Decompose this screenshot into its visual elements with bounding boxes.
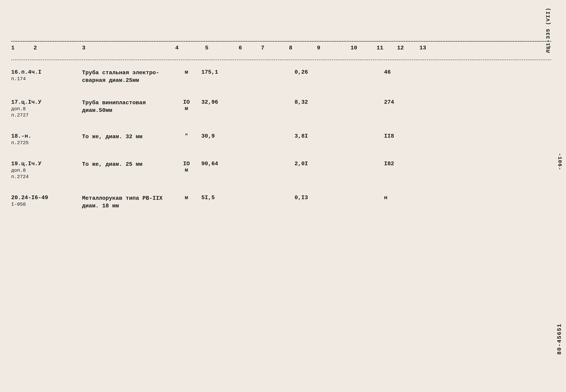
row-17-sub-id1: доп.8 [11, 106, 82, 112]
col-header-12: 12 [397, 45, 419, 51]
row-18-qty: 30,9 [201, 133, 239, 139]
row-16-desc: Труба стальная электро-сварная диам.25мм [82, 69, 171, 84]
side-label-106: -106- [557, 153, 563, 170]
col-header-8: 8 [289, 45, 317, 51]
row-20-unit: м [171, 195, 201, 201]
row-19-main-id: 19.ц.Iч.У [11, 161, 82, 167]
col-header-13: 13 [419, 45, 438, 51]
row-18-id: 18.-н. п.2725 [11, 133, 82, 146]
table-row: 19.ц.Iч.У доп.8 п.2724 То же, диам. 25 м… [11, 161, 551, 180]
row-19-sub-id1: доп.8 [11, 168, 82, 173]
row-19-qty: 90,64 [201, 161, 239, 167]
page: ЛЦ1-335 (VII) 1 2 3 4 5 6 7 8 9 10 11 12… [0, 0, 566, 392]
row-18-sub-id: п.2725 [11, 140, 82, 146]
table-content: 16.п.4ч.I п.174 Труба стальная электро-с… [11, 63, 551, 224]
col-header-9: 9 [317, 45, 350, 51]
row-17-qty: 32,96 [201, 99, 239, 105]
row-17-main-id: 17.ц.Iч.У [11, 99, 82, 105]
col-header-2: 2 [34, 45, 82, 51]
row-17-price: 8,32 [295, 99, 328, 105]
row-16-sub-id: п.174 [11, 76, 82, 82]
row-20-qty: 5I,5 [201, 195, 239, 201]
row-16-qty: 175,1 [201, 69, 239, 75]
row-17-sub-id2: п.2727 [11, 112, 82, 118]
row-20-price: 0,I3 [295, 195, 328, 201]
col-header-6: 6 [239, 45, 261, 51]
row-16-total: 46 [384, 69, 418, 75]
row-19-desc: То же, диам. 25 мм [82, 161, 171, 168]
row-20-id: 20.24-I6-49 I-050 [11, 195, 82, 207]
row-16-main-id: 16.п.4ч.I [11, 69, 82, 75]
row-18-unit: " [171, 133, 201, 139]
row-16-unit: м [171, 69, 201, 75]
col-header-3: 3 [82, 45, 175, 51]
table-row: 20.24-I6-49 I-050 Металлорукав типа РВ-I… [11, 195, 551, 210]
stamp-label: 80-45651 [556, 323, 563, 355]
row-16-id: 16.п.4ч.I п.174 [11, 69, 82, 82]
table-row: 18.-н. п.2725 То же, диам. 32 мм " 30,9 … [11, 133, 551, 146]
row-17-desc: Труба винипластовая диам.50мм [82, 99, 171, 114]
top-dashed-line [11, 41, 551, 42]
col-header-11: 11 [377, 45, 397, 51]
header-dashed-line [11, 60, 551, 60]
row-19-price: 2,0I [295, 161, 328, 167]
row-17-unit: IO м [171, 99, 201, 112]
row-18-price: 3,8I [295, 133, 328, 139]
row-19-total: I82 [384, 161, 418, 167]
row-18-main-id: 18.-н. [11, 133, 82, 139]
row-20-sub-id: I-050 [11, 202, 82, 207]
col-header-10: 10 [350, 45, 377, 51]
row-20-desc: Металлорукав типа РВ-IIХ диам. 18 мм [82, 195, 171, 210]
row-16-price: 0,26 [295, 69, 328, 75]
col-header-4: 4 [175, 45, 205, 51]
row-19-id: 19.ц.Iч.У доп.8 п.2724 [11, 161, 82, 180]
row-19-unit: IO м [171, 161, 201, 173]
row-17-total: 274 [384, 99, 418, 105]
row-18-desc: То же, диам. 32 мм [82, 133, 171, 140]
row-19-sub-id2: п.2724 [11, 174, 82, 180]
row-18-total: II8 [384, 133, 418, 139]
table-row: 16.п.4ч.I п.174 Труба стальная электро-с… [11, 69, 551, 84]
row-20-total: н [384, 195, 418, 201]
table-row: 17.ц.Iч.У доп.8 п.2727 Труба винипластов… [11, 99, 551, 118]
row-17-id: 17.ц.Iч.У доп.8 п.2727 [11, 99, 82, 118]
column-headers: 1 2 3 4 5 6 7 8 9 10 11 12 13 [11, 45, 551, 53]
col-header-1: 1 [11, 45, 34, 51]
col-header-5: 5 [205, 45, 239, 51]
row-20-main-id: 20.24-I6-49 [11, 195, 82, 201]
col-header-7: 7 [261, 45, 289, 51]
